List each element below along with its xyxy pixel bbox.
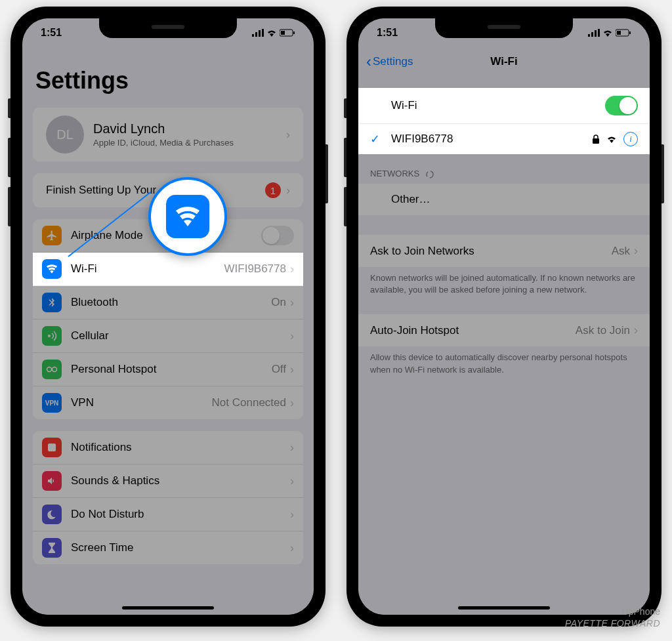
volume-up-button[interactable] [8, 138, 10, 177]
auto-hotspot-footer: Allow this device to automatically disco… [358, 346, 650, 381]
screen-wifi: 1:51 ‹ Settings Wi-Fi Wi-Fi ✓ WIFI9B6778 [358, 18, 650, 615]
volume-down-button[interactable] [344, 187, 346, 226]
screen-settings: 1:51 Settings DL David Lynch Apple ID, i… [22, 18, 314, 615]
svg-rect-10 [48, 444, 56, 451]
connected-network-row[interactable]: ✓ WIFI9B6778 i [358, 124, 650, 154]
svg-rect-18 [593, 138, 599, 144]
screentime-row[interactable]: Screen Time › [33, 531, 303, 564]
hotspot-row[interactable]: Personal Hotspot Off › [33, 353, 303, 386]
moon-icon [42, 505, 62, 524]
checkmark-icon: ✓ [370, 132, 386, 146]
watermark: UpPhone PAYETTE FORWARD [565, 606, 660, 629]
row-label: Personal Hotspot [71, 363, 272, 376]
sounds-row[interactable]: Sounds & Haptics › [33, 465, 303, 498]
chevron-right-icon: › [290, 508, 294, 522]
svg-rect-1 [255, 32, 257, 37]
chevron-left-icon: ‹ [366, 52, 371, 71]
wifi-toggle-label: Wi-Fi [370, 99, 605, 112]
ask-join-footer: Known networks will be joined automatica… [358, 267, 650, 301]
phone-right: 1:51 ‹ Settings Wi-Fi Wi-Fi ✓ WIFI9B6778 [346, 7, 662, 627]
volume-up-button[interactable] [344, 138, 346, 177]
chevron-right-icon: › [290, 363, 294, 377]
wifi-toggle[interactable] [605, 96, 638, 115]
chevron-right-icon: › [290, 296, 294, 310]
nav-title: Wi-Fi [490, 55, 517, 68]
silence-switch[interactable] [8, 98, 10, 118]
wifi-signal-icon [606, 135, 617, 143]
wifi-toggle-row[interactable]: Wi-Fi [358, 88, 650, 124]
cellular-icon [588, 29, 600, 37]
svg-rect-5 [293, 31, 295, 34]
auto-hotspot-value: Ask to Join [576, 324, 630, 337]
airplane-toggle[interactable] [261, 226, 294, 245]
chevron-right-icon: › [290, 262, 294, 276]
row-label: Notifications [71, 441, 290, 454]
power-button[interactable] [662, 144, 664, 203]
silence-switch[interactable] [344, 98, 346, 118]
wifi-status-icon [266, 29, 277, 37]
general-section: Notifications › Sounds & Haptics › Do No… [33, 431, 303, 564]
spinner-icon [426, 171, 434, 178]
connected-network-name: WIFI9B6778 [386, 133, 592, 146]
svg-rect-16 [629, 31, 631, 34]
chevron-right-icon: › [634, 323, 638, 337]
back-button[interactable]: ‹ Settings [366, 52, 413, 71]
status-time: 1:51 [41, 27, 62, 39]
ask-join-row[interactable]: Ask to Join Networks Ask › [358, 235, 650, 267]
cellular-icon [42, 326, 62, 346]
auto-hotspot-label: Auto-Join Hotspot [370, 324, 576, 337]
svg-rect-0 [252, 34, 254, 37]
hourglass-icon [42, 538, 62, 558]
chevron-right-icon: › [290, 441, 294, 455]
wifi-status-icon [602, 29, 613, 37]
notch [99, 18, 237, 38]
row-label: Wi-Fi [71, 262, 224, 276]
auto-hotspot-row[interactable]: Auto-Join Hotspot Ask to Join › [358, 314, 650, 346]
wifi-icon [42, 259, 62, 279]
svg-rect-14 [598, 29, 600, 37]
watermark-line1: UpPhone [565, 606, 660, 617]
row-label: Cellular [71, 329, 290, 342]
row-value: Not Connected [212, 396, 286, 409]
battery-icon [280, 29, 295, 37]
page-title: Settings [22, 47, 314, 101]
other-network-row[interactable]: Other… [358, 184, 650, 215]
row-value: WIFI9B6778 [224, 262, 287, 276]
power-button[interactable] [326, 144, 328, 203]
other-label: Other… [391, 193, 638, 206]
svg-rect-13 [595, 30, 597, 37]
bluetooth-row[interactable]: Bluetooth On › [33, 286, 303, 320]
row-label: Screen Time [71, 541, 290, 554]
cellular-row[interactable]: Cellular › [33, 320, 303, 353]
home-indicator[interactable] [458, 606, 550, 610]
wifi-callout-icon [166, 195, 209, 238]
chevron-right-icon: › [290, 329, 294, 343]
wifi-callout [148, 177, 227, 256]
volume-down-button[interactable] [8, 187, 10, 226]
home-indicator[interactable] [122, 606, 214, 610]
svg-rect-17 [617, 31, 621, 35]
dnd-row[interactable]: Do Not Disturb › [33, 498, 303, 531]
row-label: Sounds & Haptics [71, 474, 290, 487]
chevron-right-icon: › [290, 396, 294, 410]
notifications-row[interactable]: Notifications › [33, 431, 303, 465]
row-label: VPN [71, 396, 212, 409]
vpn-row[interactable]: VPN VPN Not Connected › [33, 386, 303, 419]
info-icon[interactable]: i [623, 132, 638, 146]
notifications-icon [42, 438, 62, 457]
battery-icon [616, 29, 631, 37]
svg-rect-6 [281, 31, 285, 35]
svg-rect-12 [591, 32, 593, 37]
cellular-icon [252, 29, 264, 37]
svg-point-9 [52, 367, 57, 372]
wifi-row[interactable]: Wi-Fi WIFI9B6778 › [33, 253, 303, 286]
apple-id-row[interactable]: DL David Lynch Apple ID, iCloud, Media &… [33, 108, 303, 161]
ask-join-value: Ask [612, 245, 630, 258]
row-value: Off [272, 363, 286, 376]
hotspot-icon [42, 360, 62, 379]
nav-bar: ‹ Settings Wi-Fi [358, 47, 650, 76]
row-value: On [271, 296, 286, 309]
account-name: David Lynch [93, 121, 286, 136]
svg-point-19 [427, 171, 433, 178]
svg-rect-11 [588, 34, 590, 37]
